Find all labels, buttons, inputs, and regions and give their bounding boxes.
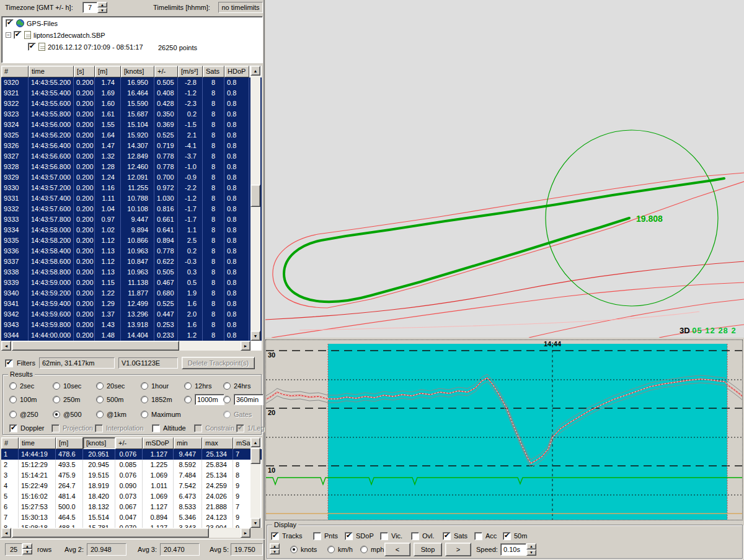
column-header-item[interactable]: +/- xyxy=(115,437,143,449)
display-sdop-checkbox[interactable] xyxy=(345,532,353,540)
table-row[interactable]: 933514:43:58.2000.2001.1210.8660.8942.58… xyxy=(1,235,262,246)
scroll-right-icon[interactable]: ► xyxy=(241,341,250,351)
column-header-ms[interactable]: [m/s²] xyxy=(178,66,203,77)
tree-root-label[interactable]: GPS-Files xyxy=(27,20,58,27)
table-row[interactable]: 933914:43:59.0000.2001.1511.1380.4670.58… xyxy=(1,278,262,288)
table-row[interactable]: 933214:43:57.6000.2001.0410.1080.816-1.7… xyxy=(1,204,262,214)
column-header-m[interactable]: [m] xyxy=(95,66,121,77)
table-row[interactable]: 932114:43:55.4000.2001.6916.4640.408-1.2… xyxy=(1,88,262,98)
session-checkbox[interactable] xyxy=(28,43,36,51)
step-back-button[interactable]: < xyxy=(384,543,410,556)
speed-graph[interactable]: 30 20 10 14:44 xyxy=(265,339,743,520)
column-header-s[interactable]: [s] xyxy=(74,66,95,77)
column-header-sats[interactable]: Sats xyxy=(203,66,224,77)
column-header-knots[interactable]: [knots] xyxy=(121,66,154,77)
trackpoint-hscrollbar[interactable]: ◄ ► xyxy=(1,341,250,351)
results-distance-1852m-radio[interactable] xyxy=(141,396,148,403)
results-mode-1km-radio[interactable] xyxy=(96,411,104,418)
display-tracks-checkbox[interactable] xyxy=(271,532,279,540)
table-row[interactable]: 933014:43:57.2000.2001.1611.2550.972-2.2… xyxy=(1,183,262,193)
results-distance-100m-radio[interactable] xyxy=(9,396,17,403)
results-duration-12hrs-radio[interactable] xyxy=(184,382,192,390)
results-doppler-checkbox[interactable] xyxy=(9,424,17,432)
results-distance-value-box[interactable]: 1000m xyxy=(195,394,224,405)
table-row[interactable]: 933414:43:58.0000.2001.029.8940.6411.180… xyxy=(1,225,262,235)
trackpoint-vscroll-thumb[interactable] xyxy=(250,185,260,207)
table-row[interactable]: 815:08:18488.115.7810.0701.1273.34323.90… xyxy=(1,523,262,528)
column-header-item[interactable]: +/- xyxy=(154,66,178,77)
results-distance-custom5-radio[interactable] xyxy=(223,396,231,403)
results-distance-500m-radio[interactable] xyxy=(96,396,104,403)
timezone-spin-down[interactable]: ▼ xyxy=(97,7,107,13)
rows-count-field[interactable]: 25 xyxy=(5,543,22,556)
display-50m-checkbox[interactable] xyxy=(503,532,511,540)
results-mode-gates-radio[interactable] xyxy=(223,411,231,418)
timelimits-field[interactable]: no timelimits xyxy=(218,2,263,13)
replay-speed-spin-up[interactable]: ▲ xyxy=(526,543,536,549)
timezone-input[interactable]: 7 xyxy=(82,2,97,13)
table-row[interactable]: 933814:43:58.8000.2001.1310.9630.5050.38… xyxy=(1,267,262,278)
step-forward-button[interactable]: > xyxy=(445,543,471,556)
scroll-left-icon[interactable]: ◄ xyxy=(1,528,11,538)
table-row[interactable]: 934014:43:59.2000.2001.2211.8770.6801.98… xyxy=(1,288,262,299)
results-distance-custom4-radio[interactable] xyxy=(184,396,192,403)
table-row[interactable]: 615:27:53500.018.1320.0671.1278.53321.88… xyxy=(1,502,262,512)
tree-session-label[interactable]: 2016.12.12 07:10:09 - 08:51:17 xyxy=(48,43,143,51)
results-distance-250m-radio[interactable] xyxy=(53,396,60,403)
table-row[interactable]: 934314:43:59.8000.2001.4313.9180.2531.68… xyxy=(1,320,262,330)
results-duration-24hrs-radio[interactable] xyxy=(223,382,231,390)
table-row[interactable]: 933714:43:58.6000.2001.1210.8470.622-0.3… xyxy=(1,256,262,267)
results-vscrollbar[interactable]: ▲ ▼ xyxy=(250,437,260,528)
results-1leg-checkbox[interactable] xyxy=(236,424,244,432)
root-checkbox[interactable] xyxy=(6,19,14,27)
results-mode-250-radio[interactable] xyxy=(9,411,17,418)
trackpoint-vscrollbar[interactable]: ▲ ▼ xyxy=(250,66,260,341)
column-header-time[interactable]: time xyxy=(19,437,56,449)
scroll-down-icon[interactable]: ▼ xyxy=(250,518,260,528)
table-row[interactable]: 715:30:13464.515.5140.0470.8945.34624.12… xyxy=(1,512,262,523)
tree-file-label[interactable]: liptons12decwatch.SBP xyxy=(33,32,105,39)
delete-trackpoints-button[interactable]: Delete Trackpoint(s) xyxy=(182,357,255,369)
units-kmh-radio[interactable] xyxy=(327,546,335,553)
column-header-msdop[interactable]: mSDoP xyxy=(143,437,174,449)
table-row[interactable]: 933614:43:58.4000.2001.1310.9630.7780.28… xyxy=(1,246,262,256)
table-row[interactable]: 315:14:21475.919.5150.0761.0697.48425.13… xyxy=(1,470,262,481)
table-row[interactable]: 934414:44:00.0000.2001.4814.4040.2331.28… xyxy=(1,330,262,341)
replay-speed-field[interactable]: 0.10s xyxy=(500,543,526,556)
results-mode-maximum-radio[interactable] xyxy=(141,411,148,418)
table-row[interactable]: 415:22:49264.718.9190.0901.0117.54224.25… xyxy=(1,481,262,491)
display-sats-checkbox[interactable] xyxy=(443,532,451,540)
column-header-item[interactable]: # xyxy=(1,437,19,449)
table-row[interactable]: 932914:43:57.0000.2001.2412.0910.700-0.9… xyxy=(1,172,262,183)
table-row[interactable]: 932414:43:56.0000.2001.5515.1040.369-1.5… xyxy=(1,120,262,130)
table-row[interactable]: 932614:43:56.4000.2001.4714.3070.719-4.1… xyxy=(1,141,262,151)
track-map[interactable]: 19.808 3D 05 12 28 2 xyxy=(265,0,744,338)
results-vscroll-thumb[interactable] xyxy=(250,448,260,464)
results-hscrollbar[interactable]: ◄ ► xyxy=(1,528,250,538)
column-header-min[interactable]: min xyxy=(174,437,202,449)
tree-node-root[interactable]: GPS-Files xyxy=(6,19,58,27)
results-duration-20sec-radio[interactable] xyxy=(96,382,104,390)
table-row[interactable]: 932014:43:55.2000.2001.7416.9500.505-2.8… xyxy=(1,77,262,88)
column-header-time[interactable]: time xyxy=(29,66,74,77)
display-ovl-checkbox[interactable] xyxy=(411,532,419,540)
results-projection-checkbox[interactable] xyxy=(51,424,60,432)
table-row[interactable]: 934114:43:59.4000.2001.2912.4990.5251.68… xyxy=(1,299,262,309)
table-row[interactable]: 114:44:19478.620.9510.0761.1279.44725.13… xyxy=(1,449,262,460)
column-header-item[interactable]: # xyxy=(1,66,29,77)
column-header-knots[interactable]: [knots] xyxy=(83,437,115,449)
table-row[interactable]: 932514:43:56.2000.2001.6415.9200.5252.18… xyxy=(1,130,262,141)
scroll-left-icon[interactable]: ◄ xyxy=(1,341,11,351)
table-row[interactable]: 932714:43:56.6000.2001.3212.8490.778-3.7… xyxy=(1,151,262,162)
rows-spin-down[interactable]: ▼ xyxy=(22,549,32,554)
results-constrain-checkbox[interactable] xyxy=(194,424,202,432)
table-row[interactable]: 932314:43:55.8000.2001.6115.6870.3500.28… xyxy=(1,109,262,120)
results-duration-1hour-radio[interactable] xyxy=(141,382,148,390)
results-interpolation-checkbox[interactable] xyxy=(95,424,103,432)
units-knots-radio[interactable] xyxy=(290,546,298,553)
tree-node-session[interactable]: 2016.12.12 07:10:09 - 08:51:17 xyxy=(28,43,143,51)
column-header-max[interactable]: max xyxy=(202,437,233,449)
scroll-right-icon[interactable]: ► xyxy=(241,528,250,538)
table-row[interactable]: 933314:43:57.8000.2000.979.4470.661-1.78… xyxy=(1,214,262,225)
filters-checkbox[interactable] xyxy=(5,359,13,367)
